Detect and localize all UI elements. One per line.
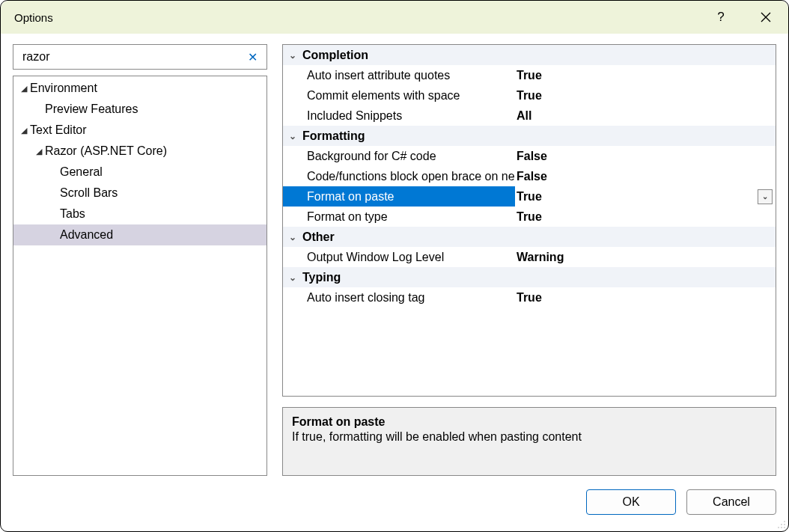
property-row[interactable]: Commit elements with spaceTrue — [283, 85, 776, 106]
property-value[interactable]: Warning — [515, 251, 776, 264]
tree-item[interactable]: General — [13, 162, 266, 183]
property-value[interactable]: True — [515, 69, 776, 82]
property-name: Background for C# code — [302, 150, 515, 163]
tree-item[interactable]: ◢Text Editor — [13, 120, 266, 141]
nav-tree[interactable]: ◢EnvironmentPreview Features◢Text Editor… — [13, 76, 267, 476]
options-dialog: Options ? ✕ ◢EnvironmentPreview Features… — [0, 0, 789, 532]
description-title: Format on paste — [292, 415, 767, 429]
chevron-down-icon: ⌄ — [283, 50, 302, 61]
property-name: Commit elements with space — [302, 89, 515, 103]
property-name: Auto insert closing tag — [302, 291, 515, 305]
property-name: Auto insert attribute quotes — [302, 69, 515, 82]
property-category[interactable]: ⌄Formatting — [283, 126, 776, 146]
property-category[interactable]: ⌄Other — [283, 227, 776, 247]
category-label: Other — [302, 230, 335, 244]
chevron-down-icon: ◢ — [18, 126, 30, 135]
property-value[interactable]: All — [515, 109, 776, 123]
chevron-down-icon: ⌄ — [283, 232, 302, 242]
svg-point-5 — [784, 527, 785, 528]
dialog-footer: OK Cancel — [1, 476, 788, 531]
property-row[interactable]: Format on typeTrue — [283, 207, 776, 227]
property-value[interactable]: True⌄ — [515, 189, 776, 204]
property-category[interactable]: ⌄Typing — [283, 267, 776, 287]
tree-item-label: Razor (ASP.NET Core) — [45, 144, 167, 158]
property-row[interactable]: Code/functions block open brace on next … — [283, 166, 776, 186]
chevron-down-icon: ⌄ — [283, 131, 302, 141]
tree-item-label: Environment — [30, 82, 97, 95]
svg-point-2 — [784, 524, 785, 525]
tree-item[interactable]: Tabs — [13, 204, 266, 224]
property-value[interactable]: True — [515, 89, 776, 103]
description-text: If true, formatting will be enabled when… — [292, 430, 767, 444]
chevron-down-icon: ◢ — [33, 147, 45, 156]
close-button[interactable] — [743, 1, 788, 34]
ok-button[interactable]: OK — [586, 489, 676, 515]
right-panel: ⌄CompletionAuto insert attribute quotesT… — [282, 44, 776, 476]
tree-item[interactable]: ◢Environment — [13, 78, 266, 99]
svg-point-0 — [784, 521, 785, 522]
tree-item-label: Scroll Bars — [60, 186, 118, 200]
property-value[interactable]: True — [515, 291, 776, 305]
cancel-button[interactable]: Cancel — [686, 489, 776, 515]
property-row[interactable]: Format on pasteTrue⌄ — [283, 186, 776, 207]
category-label: Completion — [302, 49, 368, 62]
property-name: Code/functions block open brace on next … — [302, 170, 515, 183]
property-value[interactable]: True — [515, 210, 776, 224]
clear-search-icon[interactable]: ✕ — [245, 50, 261, 64]
left-panel: ✕ ◢EnvironmentPreview Features◢Text Edit… — [13, 44, 267, 476]
property-row[interactable]: Output Window Log LevelWarning — [283, 247, 776, 267]
svg-point-3 — [778, 527, 779, 528]
category-label: Typing — [302, 271, 341, 284]
property-name: Format on type — [302, 210, 515, 224]
tree-item-label: General — [60, 165, 103, 179]
property-description: Format on paste If true, formatting will… — [282, 407, 776, 476]
search-box[interactable]: ✕ — [13, 44, 267, 70]
tree-item-label: Advanced — [60, 228, 113, 242]
svg-point-1 — [781, 524, 782, 525]
property-grid[interactable]: ⌄CompletionAuto insert attribute quotesT… — [282, 44, 776, 397]
tree-item[interactable]: Advanced — [13, 224, 266, 245]
property-row[interactable]: Auto insert closing tagTrue — [283, 287, 776, 308]
search-input[interactable] — [21, 49, 245, 64]
tree-item[interactable]: ◢Razor (ASP.NET Core) — [13, 141, 266, 162]
dropdown-icon[interactable]: ⌄ — [758, 189, 773, 204]
chevron-down-icon: ◢ — [18, 84, 30, 94]
window-title: Options — [14, 11, 698, 24]
resize-grip[interactable] — [776, 519, 786, 529]
property-row[interactable]: Auto insert attribute quotesTrue — [283, 65, 776, 85]
tree-item[interactable]: Scroll Bars — [13, 183, 266, 204]
svg-point-4 — [781, 527, 782, 528]
property-value[interactable]: False — [515, 150, 776, 163]
chevron-down-icon: ⌄ — [283, 272, 302, 283]
tree-item[interactable]: Preview Features — [13, 99, 266, 120]
property-value[interactable]: False — [515, 170, 776, 183]
category-label: Formatting — [302, 129, 365, 143]
dialog-body: ✕ ◢EnvironmentPreview Features◢Text Edit… — [1, 34, 788, 476]
property-row[interactable]: Background for C# codeFalse — [283, 146, 776, 166]
property-row[interactable]: Included SnippetsAll — [283, 106, 776, 126]
help-button[interactable]: ? — [698, 1, 743, 34]
property-name: Included Snippets — [302, 109, 515, 123]
tree-item-label: Tabs — [60, 207, 85, 221]
property-category[interactable]: ⌄Completion — [283, 45, 776, 65]
tree-item-label: Preview Features — [45, 103, 138, 116]
titlebar: Options ? — [1, 1, 788, 34]
tree-item-label: Text Editor — [30, 123, 87, 137]
property-name: Format on paste — [302, 190, 515, 204]
close-icon — [760, 11, 772, 23]
property-name: Output Window Log Level — [302, 251, 515, 264]
